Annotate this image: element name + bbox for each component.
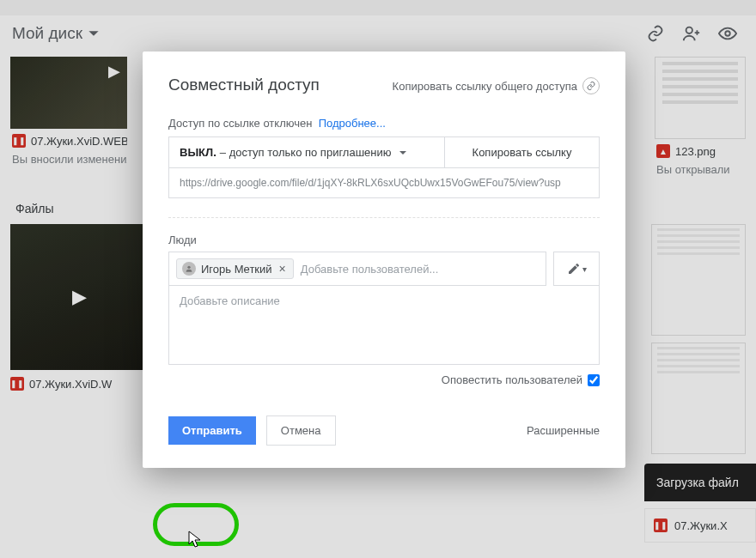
link-icon	[582, 77, 600, 94]
share-url[interactable]: https://drive.google.com/file/d/1jqXY-8k…	[168, 168, 600, 198]
share-dialog: Совместный доступ Копировать ссылку обще…	[143, 52, 625, 468]
copy-link-top[interactable]: Копировать ссылку общего доступа	[393, 77, 600, 94]
people-label: Люди	[168, 234, 600, 246]
notify-label: Оповестить пользователей	[442, 373, 582, 386]
learn-more-link[interactable]: Подробнее...	[319, 117, 386, 130]
people-placeholder: Добавьте пользователей...	[301, 263, 438, 276]
pencil-icon	[567, 262, 581, 276]
person-chip: Игорь Меткий ×	[176, 258, 294, 279]
notify-checkbox[interactable]	[588, 374, 600, 386]
chevron-down-icon	[399, 149, 407, 157]
people-input[interactable]: Игорь Меткий × Добавьте пользователей...	[168, 252, 546, 286]
svg-point-2	[187, 266, 190, 269]
avatar-icon	[182, 262, 196, 276]
copy-link-button[interactable]: Копировать ссылку	[444, 137, 599, 167]
link-status: Доступ по ссылке отключен Подробнее...	[168, 117, 600, 130]
description-input[interactable]: Добавьте описание	[168, 286, 600, 365]
remove-chip-icon[interactable]: ×	[277, 262, 288, 276]
cancel-button[interactable]: Отмена	[266, 415, 336, 446]
permission-dropdown[interactable]: ▾	[553, 252, 600, 286]
chip-label: Игорь Меткий	[201, 263, 272, 276]
divider	[168, 217, 600, 218]
send-button[interactable]: Отправить	[168, 416, 256, 445]
chevron-down-icon: ▾	[582, 264, 587, 274]
advanced-link[interactable]: Расширенные	[527, 424, 600, 437]
link-sharing-toggle[interactable]: ВЫКЛ. – доступ только по приглашению	[169, 137, 444, 167]
